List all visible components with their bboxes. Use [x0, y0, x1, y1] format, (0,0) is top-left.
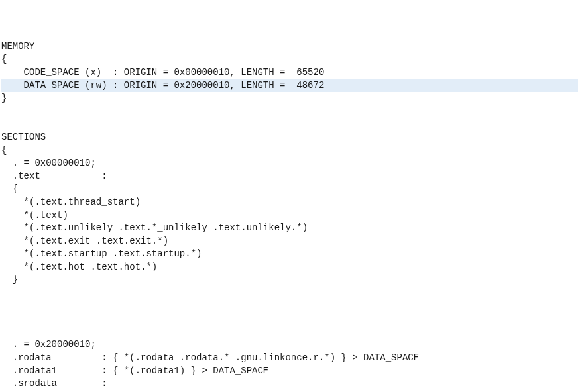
- code-line: .srodata :: [1, 377, 578, 391]
- code-line: . = 0x20000010;: [1, 338, 578, 352]
- code-line: *(.text.unlikely .text.*_unlikely .text.…: [1, 222, 578, 235]
- code-line: [1, 118, 578, 131]
- code-line: .rodata1 : { *(.rodata1) } > DATA_SPACE: [1, 365, 578, 378]
- code-line: .text :: [1, 170, 578, 183]
- code-line: .rodata : { *(.rodata .rodata.* .gnu.lin…: [1, 352, 578, 365]
- code-line: [1, 313, 578, 326]
- code-line: . = 0x00000010;: [1, 157, 578, 170]
- code-line: *(.text): [1, 209, 578, 222]
- code-line: *(.text.hot .text.hot.*): [1, 261, 578, 274]
- code-line: MEMORY: [1, 40, 578, 54]
- code-line: DATA_SPACE (rw) : ORIGIN = 0x20000010, L…: [1, 79, 578, 93]
- code-line: {: [1, 183, 578, 196]
- code-line: [1, 300, 578, 313]
- code-line: }: [1, 273, 578, 287]
- code-line: SECTIONS: [1, 131, 578, 144]
- code-line: *(.text.startup .text.startup.*): [1, 248, 578, 261]
- code-line: [1, 105, 578, 119]
- code-line: }: [1, 92, 578, 105]
- code-line: CODE_SPACE (x) : ORIGIN = 0x00000010, LE…: [1, 66, 578, 79]
- code-line: [1, 326, 578, 339]
- code-block: MEMORY{ CODE_SPACE (x) : ORIGIN = 0x0000…: [1, 40, 578, 392]
- code-line: {: [1, 53, 578, 66]
- code-line: [1, 287, 578, 300]
- code-line: *(.text.thread_start): [1, 196, 578, 209]
- code-line: *(.text.exit .text.exit.*): [1, 235, 578, 248]
- code-line: {: [1, 144, 578, 158]
